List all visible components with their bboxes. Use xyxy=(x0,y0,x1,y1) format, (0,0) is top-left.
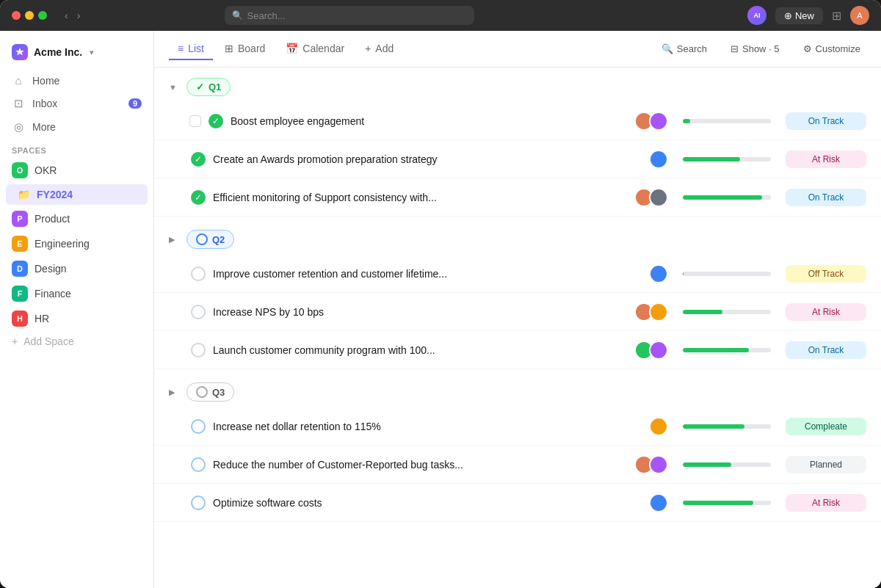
sidebar-item-finance[interactable]: F Finance xyxy=(0,281,153,306)
sidebar-item-inbox[interactable]: ⊡ Inbox 9 xyxy=(0,92,153,115)
sidebar: Acme Inc. ▾ ⌂ Home ⊡ Inbox 9 ◎ More Spac… xyxy=(0,31,154,588)
toolbar: ≡ List ⊞ Board 📅 Calendar + Add 🔍 xyxy=(154,31,881,68)
sidebar-item-design[interactable]: D Design xyxy=(0,256,153,281)
status-open-icon[interactable] xyxy=(191,305,206,319)
hr-label: HR xyxy=(35,313,49,324)
spaces-section-title: Spaces xyxy=(0,139,153,158)
sidebar-item-fy2024[interactable]: 📁 FY2024 xyxy=(6,184,148,205)
task-name[interactable]: Efficient monitoring of Support consiste… xyxy=(213,192,634,203)
sidebar-item-product[interactable]: P Product xyxy=(0,206,153,231)
forward-arrow[interactable]: › xyxy=(74,8,84,23)
progress-fill xyxy=(683,424,744,429)
user-avatar[interactable]: A xyxy=(850,6,869,25)
q3-badge: Q3 xyxy=(186,382,234,402)
calendar-icon: 📅 xyxy=(286,43,298,54)
customize-icon: ⚙ xyxy=(803,43,812,54)
avatar xyxy=(649,417,668,436)
add-icon: + xyxy=(365,43,371,54)
add-space-button[interactable]: + Add Space xyxy=(0,331,153,352)
progress-bar-container xyxy=(683,462,771,467)
search-button[interactable]: 🔍 Search xyxy=(656,40,713,58)
inbox-icon: ⊡ xyxy=(12,97,25,110)
q1-badge: ✓ Q1 xyxy=(186,78,231,96)
sidebar-item-more[interactable]: ◎ More xyxy=(0,115,153,139)
app-body: Acme Inc. ▾ ⌂ Home ⊡ Inbox 9 ◎ More Spac… xyxy=(0,31,881,588)
status-badge: At Risk xyxy=(786,303,866,321)
task-name[interactable]: Launch customer community program with 1… xyxy=(213,344,634,356)
group-q3-header[interactable]: ▶ Q3 xyxy=(154,369,881,407)
table-row: ✓ Efficient monitoring of Support consis… xyxy=(154,178,881,217)
q2-circle-icon xyxy=(196,233,208,245)
workspace-header[interactable]: Acme Inc. ▾ xyxy=(0,40,153,69)
status-complete-icon[interactable]: ✓ xyxy=(209,114,223,128)
status-badge: At Risk xyxy=(786,494,866,512)
task-name[interactable]: Boost employee engagement xyxy=(231,115,634,127)
sidebar-item-engineering[interactable]: E Engineering xyxy=(0,231,153,256)
sidebar-item-hr[interactable]: H HR xyxy=(0,306,153,331)
status-complete-icon[interactable]: ✓ xyxy=(191,152,206,167)
task-name[interactable]: Reduce the number of Customer-Reported b… xyxy=(213,459,634,471)
board-icon: ⊞ xyxy=(225,43,233,54)
table-row: ✓ Create an Awards promotion preparation… xyxy=(154,140,881,178)
assignees xyxy=(649,264,668,283)
grid-icon[interactable]: ⊞ xyxy=(832,9,841,23)
assignees xyxy=(634,302,668,322)
progress-bar-container xyxy=(683,501,771,505)
avatar xyxy=(649,455,668,474)
maximize-button[interactable] xyxy=(38,11,47,20)
status-complete-icon[interactable]: ✓ xyxy=(191,190,206,205)
progress-bar-container xyxy=(683,119,771,123)
task-name[interactable]: Create an Awards promotion preparation s… xyxy=(213,153,649,165)
task-name[interactable]: Optimize software costs xyxy=(213,497,649,509)
status-open-icon[interactable] xyxy=(191,266,206,281)
task-name[interactable]: Increase net dollar retention to 115% xyxy=(213,421,649,432)
show-button[interactable]: ⊟ Show · 5 xyxy=(725,40,786,58)
tab-board[interactable]: ⊞ Board xyxy=(216,38,274,60)
search-icon: 🔍 xyxy=(232,10,243,21)
assignees xyxy=(634,112,668,131)
progress-bar-container xyxy=(683,157,771,161)
chevron-right-icon: ▶ xyxy=(169,388,179,397)
status-badge: Planned xyxy=(786,456,866,473)
back-arrow[interactable]: ‹ xyxy=(62,8,71,23)
workspace-name: Acme Inc. xyxy=(34,46,82,58)
finance-icon: F xyxy=(12,286,28,302)
progress-bar-container xyxy=(683,195,771,200)
plus-icon: + xyxy=(12,335,18,347)
avatar xyxy=(649,264,668,283)
tab-calendar[interactable]: 📅 Calendar xyxy=(277,38,353,60)
task-name[interactable]: Increase NPS by 10 bps xyxy=(213,306,634,318)
tab-add[interactable]: + Add xyxy=(356,38,402,60)
new-button[interactable]: ⊕ New xyxy=(775,7,823,24)
tab-list[interactable]: ≡ List xyxy=(169,38,213,60)
close-button[interactable] xyxy=(12,11,21,20)
group-q2-header[interactable]: ▶ Q2 xyxy=(154,217,881,255)
sidebar-item-okr[interactable]: O OKR xyxy=(0,158,153,183)
workspace-icon xyxy=(12,44,28,60)
sidebar-item-home[interactable]: ⌂ Home xyxy=(0,69,153,92)
home-icon: ⌂ xyxy=(12,74,25,87)
customize-button[interactable]: ⚙ Customize xyxy=(797,40,866,58)
progress-bar xyxy=(683,272,771,276)
more-icon: ◎ xyxy=(12,120,25,134)
search-placeholder: Search... xyxy=(247,10,286,21)
task-name[interactable]: Improve customer retention and customer … xyxy=(213,268,649,280)
progress-bar xyxy=(683,157,771,161)
table-row: Reduce the number of Customer-Reported b… xyxy=(154,446,881,484)
check-icon: ✓ xyxy=(196,81,204,92)
status-open-icon[interactable] xyxy=(191,419,206,434)
plus-icon: ⊕ xyxy=(784,10,792,21)
folder-icon: 📁 xyxy=(18,189,30,200)
titlebar: ‹ › 🔍 Search... AI ⊕ New ⊞ A xyxy=(0,0,881,31)
assignees xyxy=(649,493,668,512)
chevron-down-icon: ▼ xyxy=(169,83,179,92)
task-checkbox[interactable] xyxy=(189,115,201,127)
status-open-icon[interactable] xyxy=(191,496,206,510)
group-q1-header[interactable]: ▼ ✓ Q1 xyxy=(154,68,881,102)
global-search[interactable]: 🔍 Search... xyxy=(225,6,474,25)
minimize-button[interactable] xyxy=(25,11,34,20)
status-open-icon[interactable] xyxy=(191,457,206,472)
ai-badge[interactable]: AI xyxy=(747,6,766,25)
status-open-icon[interactable] xyxy=(191,343,206,357)
show-icon: ⊟ xyxy=(730,43,739,54)
